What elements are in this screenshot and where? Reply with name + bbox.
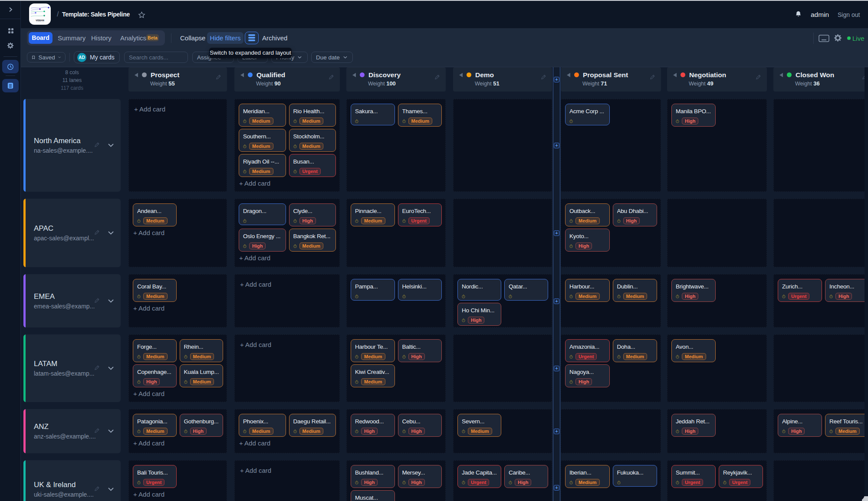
svg-text:VISBAN: VISBAN [36,19,44,22]
